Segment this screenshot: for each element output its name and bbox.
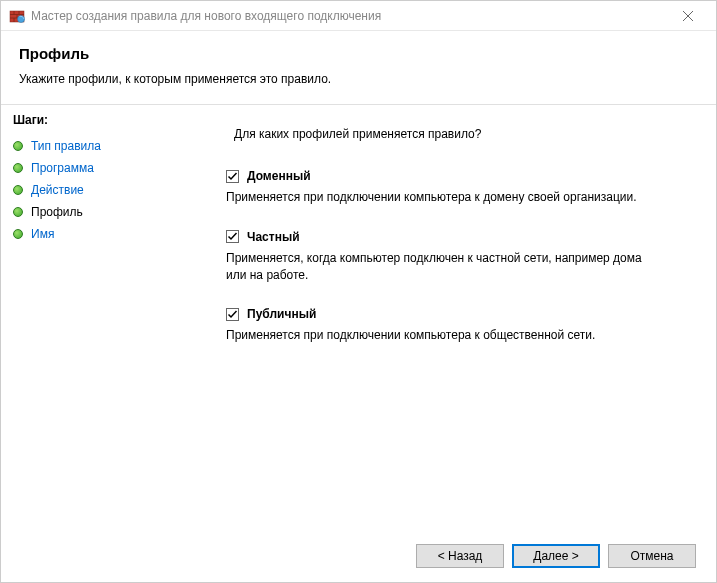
footer-section: < Назад Далее > Отмена [1, 530, 716, 582]
checkmark-icon [227, 231, 238, 242]
titlebar: Мастер создания правила для нового входя… [1, 1, 716, 31]
step-label: Профиль [31, 205, 83, 219]
step-label: Программа [31, 161, 94, 175]
step-profile[interactable]: Профиль [1, 201, 196, 223]
checkbox-private[interactable] [226, 230, 239, 243]
step-label: Действие [31, 183, 84, 197]
profile-label: Частный [247, 230, 300, 244]
page-title: Профиль [19, 45, 698, 62]
profile-label: Доменный [247, 169, 311, 183]
step-action[interactable]: Действие [1, 179, 196, 201]
body-section: Шаги: Тип правила Программа Действие Про… [1, 104, 716, 530]
checkmark-icon [227, 171, 238, 182]
profile-header: Доменный [226, 169, 686, 183]
profile-header: Публичный [226, 307, 686, 321]
profile-desc: Применяется, когда компьютер подключен к… [226, 250, 656, 284]
profile-option-domain: Доменный Применяется при подключении ком… [226, 169, 686, 206]
step-label: Тип правила [31, 139, 101, 153]
intro-text: Для каких профилей применяется правило? [226, 127, 686, 141]
cancel-button[interactable]: Отмена [608, 544, 696, 568]
profile-option-public: Публичный Применяется при подключении ко… [226, 307, 686, 344]
step-rule-type[interactable]: Тип правила [1, 135, 196, 157]
step-bullet-icon [13, 141, 23, 151]
step-name[interactable]: Имя [1, 223, 196, 245]
step-bullet-icon [13, 207, 23, 217]
step-bullet-icon [13, 163, 23, 173]
back-button[interactable]: < Назад [416, 544, 504, 568]
step-label: Имя [31, 227, 54, 241]
profile-option-private: Частный Применяется, когда компьютер под… [226, 230, 686, 284]
checkbox-public[interactable] [226, 308, 239, 321]
profile-desc: Применяется при подключении компьютера к… [226, 327, 656, 344]
close-button[interactable] [668, 1, 708, 30]
checkbox-domain[interactable] [226, 170, 239, 183]
sidebar-heading: Шаги: [1, 113, 196, 135]
main-content: Для каких профилей применяется правило? … [196, 105, 716, 530]
titlebar-text: Мастер создания правила для нового входя… [31, 9, 668, 23]
next-button[interactable]: Далее > [512, 544, 600, 568]
step-program[interactable]: Программа [1, 157, 196, 179]
page-subtitle: Укажите профили, к которым применяется э… [19, 72, 698, 86]
sidebar: Шаги: Тип правила Программа Действие Про… [1, 105, 196, 530]
profile-header: Частный [226, 230, 686, 244]
close-icon [683, 11, 693, 21]
step-bullet-icon [13, 185, 23, 195]
profile-label: Публичный [247, 307, 316, 321]
header-section: Профиль Укажите профили, к которым приме… [1, 31, 716, 104]
profile-desc: Применяется при подключении компьютера к… [226, 189, 656, 206]
checkmark-icon [227, 309, 238, 320]
step-bullet-icon [13, 229, 23, 239]
firewall-icon [9, 8, 25, 24]
